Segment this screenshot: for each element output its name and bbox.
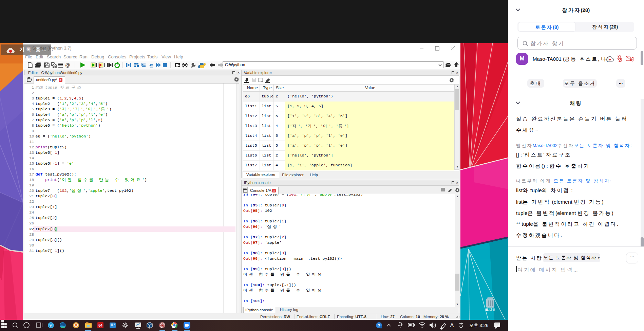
svg-text:64: 64 (98, 323, 102, 327)
svg-text:오후 3:26: 오후 3:26 (469, 323, 488, 328)
svg-text:e: e (50, 323, 52, 328)
svg-text:휴지통: 휴지통 (485, 308, 495, 312)
svg-text:A: A (450, 322, 454, 329)
svg-text:@: @ (65, 62, 70, 68)
